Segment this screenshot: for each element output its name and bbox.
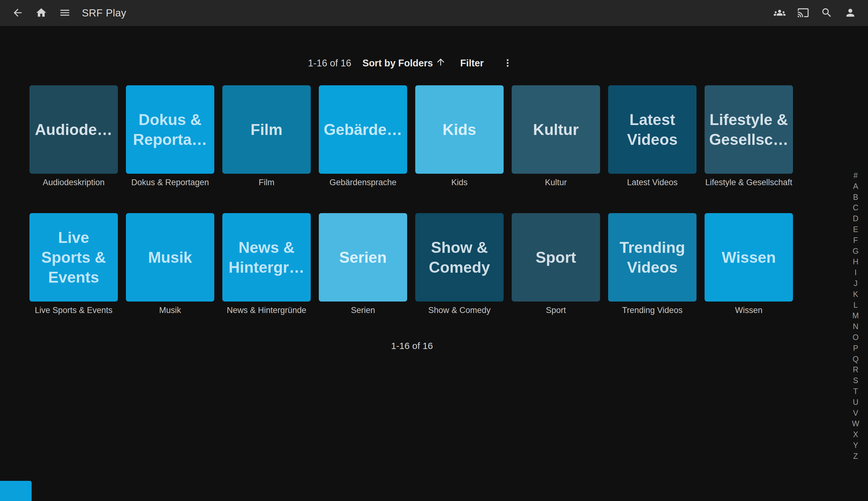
folder-tile[interactable]: Kids — [415, 85, 503, 174]
folder-caption: Gebärdensprache — [319, 178, 407, 188]
folder-tile[interactable]: Kultur — [512, 85, 600, 174]
more-options-button[interactable] — [499, 55, 516, 72]
alpha-letter-P[interactable]: P — [850, 343, 861, 354]
folder-tile-label: Live Sports & Events — [41, 228, 106, 287]
alpha-letter-V[interactable]: V — [850, 408, 861, 418]
folder-cell: Dokus & Reporta… Dokus & Reportagen — [126, 85, 214, 188]
home-button[interactable] — [32, 0, 50, 26]
cast-icon — [797, 7, 809, 20]
folder-tile-label: Film — [251, 120, 282, 140]
menu-icon — [59, 7, 71, 20]
bottom-left-partial-tile — [0, 481, 32, 501]
folder-caption: Film — [223, 178, 311, 188]
folder-tile-label: Show & Comedy — [429, 238, 490, 277]
folder-cell: Live Sports & Events Live Sports & Event… — [30, 213, 118, 315]
folder-tile[interactable]: Serien — [319, 213, 407, 301]
folder-cell: Film Film — [223, 85, 311, 188]
folder-tile-label: Kids — [443, 120, 476, 140]
folder-cell: Latest Videos Latest Videos — [608, 85, 696, 188]
syncplay-group-icon — [774, 7, 785, 20]
folder-caption: Show & Comedy — [415, 306, 503, 315]
alpha-letter-B[interactable]: B — [850, 192, 861, 203]
back-button[interactable] — [9, 0, 27, 26]
folder-cell: Trending Videos Trending Videos — [608, 213, 696, 315]
alpha-letter-J[interactable]: J — [850, 278, 861, 289]
alpha-letter-Y[interactable]: Y — [850, 440, 861, 451]
alpha-letter-L[interactable]: L — [850, 300, 861, 310]
folder-tile-label: Sport — [535, 247, 576, 267]
alpha-letter-M[interactable]: M — [850, 310, 861, 321]
folder-tile-label: Wissen — [721, 247, 776, 267]
folder-tile-label: Trending Videos — [620, 238, 685, 277]
search-button[interactable] — [818, 0, 836, 26]
folder-cell: Sport Sport — [512, 213, 600, 315]
alpha-letter-W[interactable]: W — [850, 418, 861, 429]
folder-caption: Musik — [126, 306, 214, 315]
pager-text-top: 1-16 of 16 — [308, 58, 351, 69]
alpha-letter-D[interactable]: D — [850, 213, 861, 224]
alpha-letter-O[interactable]: O — [850, 332, 861, 343]
pager-text-bottom: 1-16 of 16 — [30, 341, 794, 351]
folder-caption: Wissen — [705, 306, 793, 315]
folder-tile-label: News & Hintergr… — [229, 238, 304, 277]
alpha-letter-K[interactable]: K — [850, 289, 861, 300]
folder-caption: Live Sports & Events — [30, 306, 118, 315]
folder-grid: Audiode… Audiodeskription Dokus & Report… — [30, 85, 794, 315]
library-controls-row: 1-16 of 16 Sort by Folders Filter — [30, 55, 794, 72]
folder-tile[interactable]: Live Sports & Events — [30, 213, 118, 301]
alpha-letter-E[interactable]: E — [850, 224, 861, 235]
folder-tile[interactable]: Dokus & Reporta… — [126, 85, 214, 174]
folder-tile[interactable]: Show & Comedy — [415, 213, 503, 301]
srf-play-library-screen: SRF Play 1-16 of 16 Sort by Fo — [0, 0, 868, 501]
user-button[interactable] — [841, 0, 859, 26]
folder-tile[interactable]: News & Hintergr… — [223, 213, 311, 301]
alpha-letter-F[interactable]: F — [850, 235, 861, 246]
alphabet-picker: #ABCDEFGHIJKLMNOPQRSTUVWXYZ — [850, 170, 861, 462]
alpha-letter-C[interactable]: C — [850, 202, 861, 213]
alpha-letter-Z[interactable]: Z — [850, 451, 861, 462]
alpha-letter-X[interactable]: X — [850, 429, 861, 440]
syncplay-button[interactable] — [771, 0, 789, 26]
sort-button[interactable]: Sort by Folders — [359, 55, 449, 72]
folder-caption: Serien — [319, 306, 407, 315]
folder-tile[interactable]: Wissen — [705, 213, 793, 301]
folder-tile[interactable]: Musik — [126, 213, 214, 301]
alpha-letter-U[interactable]: U — [850, 397, 861, 408]
folder-tile[interactable]: Gebärde… — [319, 85, 407, 174]
alpha-letter-#[interactable]: # — [850, 170, 861, 181]
alpha-letter-G[interactable]: G — [850, 246, 861, 257]
folder-caption: Kultur — [512, 178, 600, 188]
alpha-letter-N[interactable]: N — [850, 321, 861, 332]
alpha-letter-S[interactable]: S — [850, 375, 861, 386]
folder-tile[interactable]: Latest Videos — [608, 85, 696, 174]
folder-tile[interactable]: Film — [223, 85, 311, 174]
alpha-letter-R[interactable]: R — [850, 364, 861, 375]
alpha-letter-A[interactable]: A — [850, 181, 861, 192]
folder-tile[interactable]: Trending Videos — [608, 213, 696, 301]
folder-caption: Kids — [415, 178, 503, 188]
folder-cell: Gebärde… Gebärdensprache — [319, 85, 407, 188]
folder-tile-label: Audiode… — [35, 120, 112, 140]
folder-tile[interactable]: Audiode… — [30, 85, 118, 174]
folder-cell: Kids Kids — [415, 85, 503, 188]
folder-tile[interactable]: Lifestyle & Gesellsc… — [705, 85, 793, 174]
folder-tile-label: Gebärde… — [324, 120, 402, 140]
folder-cell: Show & Comedy Show & Comedy — [415, 213, 503, 315]
alpha-letter-H[interactable]: H — [850, 256, 861, 267]
alpha-letter-I[interactable]: I — [850, 267, 861, 278]
folder-caption: Audiodeskription — [30, 178, 118, 188]
folder-tile-label: Lifestyle & Gesellsc… — [709, 110, 789, 150]
folder-tile-label: Latest Videos — [627, 110, 677, 150]
folder-tile[interactable]: Sport — [512, 213, 600, 301]
alpha-letter-Q[interactable]: Q — [850, 354, 861, 364]
folder-cell: Kultur Kultur — [512, 85, 600, 188]
folder-caption: Dokus & Reportagen — [126, 178, 214, 188]
home-icon — [35, 7, 47, 20]
alpha-letter-T[interactable]: T — [850, 386, 861, 397]
user-icon — [844, 7, 856, 20]
menu-button[interactable] — [56, 0, 74, 26]
folder-cell: Lifestyle & Gesellsc… Lifestyle & Gesell… — [705, 85, 793, 188]
filter-button[interactable]: Filter — [457, 56, 487, 71]
folder-caption: Sport — [512, 306, 600, 315]
cast-button[interactable] — [794, 0, 812, 26]
